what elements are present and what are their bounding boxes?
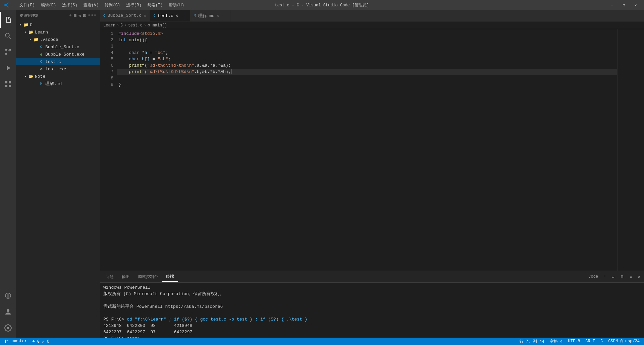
code-line-2: int main(){ xyxy=(117,37,617,43)
status-position[interactable]: 行 7, 列 44 xyxy=(519,339,545,344)
menu-goto[interactable]: 转到(G) xyxy=(102,2,123,9)
explorer-tree: ▾ 📁 C ▾ 📂 Learn ▸ 📁 .vscode C Bubble_Sor… xyxy=(16,21,100,338)
main-container: 资源管理器 + ⊞ ↻ ⊟ ••• ▾ 📁 C ▾ 📂 Learn xyxy=(0,10,644,338)
status-feedback[interactable]: CSDN @1usp/24 xyxy=(607,339,641,344)
terminal-split-icon[interactable]: ⊞ xyxy=(610,274,616,280)
menu-run[interactable]: 运行(R) xyxy=(123,2,144,9)
status-line-ending[interactable]: CRLF xyxy=(584,339,596,344)
activity-bar-bottom xyxy=(0,288,16,338)
minimize-button[interactable]: — xyxy=(607,2,617,8)
status-bar-right: 行 7, 列 44 空格 4 UTF-8 CRLF C CSDN @1usp/2… xyxy=(519,339,641,344)
tree-item-bubble-sort-c[interactable]: C Bubble_Sort.c xyxy=(16,43,100,51)
terminal-trash-icon[interactable]: 🗑 xyxy=(618,274,626,280)
tab-close-button[interactable]: ✕ xyxy=(175,13,178,18)
svg-rect-9 xyxy=(9,85,11,87)
status-bar: master ⊗ 0 △ 0 行 7, 列 44 空格 4 UTF-8 CRLF… xyxy=(0,338,644,345)
tab-note-md[interactable]: M 理解.md ✕ xyxy=(190,10,230,21)
extensions-icon[interactable] xyxy=(0,76,16,92)
collapse-all-icon[interactable]: ⊟ xyxy=(83,13,86,18)
line-numbers: 1 2 3 4 5 6 7 8 9 xyxy=(100,29,117,271)
breadcrumb-part[interactable]: ⚙ main() xyxy=(148,23,167,28)
folder-open-icon: 📂 xyxy=(28,74,34,79)
breadcrumb-part[interactable]: test.c xyxy=(128,23,143,28)
menu-file[interactable]: 文件(F) xyxy=(17,2,38,9)
line-num-9: 9 xyxy=(100,81,113,88)
maximize-button[interactable]: ❐ xyxy=(619,2,629,8)
tree-item-label: test.c xyxy=(45,59,61,64)
menu-help[interactable]: 帮助(H) xyxy=(166,2,187,9)
refresh-icon[interactable]: ↻ xyxy=(78,13,81,18)
panel-tab-terminal[interactable]: 终端 xyxy=(162,272,178,282)
panel-maximize-icon[interactable]: ∧ xyxy=(628,274,634,280)
menu-select[interactable]: 选择(S) xyxy=(59,2,80,9)
line-num-5: 5 xyxy=(100,56,113,62)
more-options-icon[interactable]: ••• xyxy=(88,13,97,18)
tab-close-button[interactable]: ✕ xyxy=(216,13,219,18)
line-num-7: 7 xyxy=(100,69,113,75)
tab-close-button[interactable]: ✕ xyxy=(144,13,146,18)
code-content[interactable]: #include<stdio.h> int main(){ char *a = … xyxy=(117,29,617,271)
status-errors[interactable]: ⊗ 0 △ 0 xyxy=(31,339,50,344)
tree-item-label: 理解.md xyxy=(45,81,62,87)
sidebar: 资源管理器 + ⊞ ↻ ⊟ ••• ▾ 📁 C ▾ 📂 Learn xyxy=(16,10,100,338)
tree-item-test-exe[interactable]: ⚙ test.exe xyxy=(16,65,100,73)
tree-item-note-md[interactable]: M 理解.md xyxy=(16,80,100,87)
close-button[interactable]: ✕ xyxy=(631,2,641,8)
terminal-content[interactable]: Windows PowerShell 版权所有 (C) Microsoft Co… xyxy=(100,283,644,338)
remote-icon[interactable] xyxy=(0,288,16,304)
tab-label: Bubble_Sort.c xyxy=(108,13,142,18)
status-branch[interactable]: master xyxy=(3,339,28,344)
status-language[interactable]: C xyxy=(599,339,604,344)
tree-item-bubble-sort-exe[interactable]: ⚙ Bubble_Sort.exe xyxy=(16,51,100,58)
tree-item-test-c[interactable]: C test.c xyxy=(16,58,100,65)
panel-tab-debug-console[interactable]: 调试控制台 xyxy=(134,272,162,282)
window-controls: — ❐ ✕ xyxy=(607,2,641,8)
panel-tab-problems[interactable]: 问题 xyxy=(102,272,118,282)
menu-view[interactable]: 查看(V) xyxy=(81,2,102,9)
breadcrumb-part[interactable]: C xyxy=(120,23,123,28)
status-encoding[interactable]: UTF-8 xyxy=(567,339,581,344)
terminal-new-button[interactable]: Code xyxy=(586,274,600,280)
tree-item-vscode[interactable]: ▸ 📁 .vscode xyxy=(16,36,100,43)
sidebar-header-icons: + ⊞ ↻ ⊟ ••• xyxy=(69,13,97,18)
panel-tab-output[interactable]: 输出 xyxy=(118,272,134,282)
run-icon[interactable] xyxy=(0,60,16,76)
breadcrumb: Learn › C › test.c › ⚙ main() xyxy=(100,22,644,29)
account-icon[interactable] xyxy=(0,304,16,320)
svg-point-4 xyxy=(5,53,7,55)
tab-bar: C Bubble_Sort.c ✕ C test.c ✕ M 理解.md ✕ xyxy=(100,10,644,22)
source-control-icon[interactable] xyxy=(0,44,16,60)
menu-edit[interactable]: 编辑(E) xyxy=(38,2,59,9)
tree-item-note[interactable]: ▾ 📂 Note xyxy=(16,73,100,80)
explorer-icon[interactable] xyxy=(0,12,16,28)
chevron-down-icon: ▾ xyxy=(23,30,28,34)
new-file-icon[interactable]: + xyxy=(69,13,72,18)
panel: 问题 输出 调试控制台 终端 Code + ⊞ 🗑 ∧ ✕ Windows Po… xyxy=(100,271,644,338)
terminal-add-icon[interactable]: + xyxy=(602,274,608,280)
svg-point-2 xyxy=(5,49,7,51)
code-line-1: #include<stdio.h> xyxy=(117,30,617,37)
tree-item-c[interactable]: ▾ 📁 C xyxy=(16,21,100,28)
breadcrumb-part[interactable]: Learn xyxy=(103,23,115,28)
folder-icon: 📁 xyxy=(23,22,29,27)
tree-item-learn[interactable]: ▾ 📂 Learn xyxy=(16,28,100,36)
svg-point-14 xyxy=(5,342,6,343)
new-folder-icon[interactable]: ⊞ xyxy=(73,13,76,18)
exe-file-icon: ⚙ xyxy=(39,52,44,57)
search-icon[interactable] xyxy=(0,28,16,44)
tree-item-label: C xyxy=(30,22,33,27)
tab-bubble-sort[interactable]: C Bubble_Sort.c ✕ xyxy=(100,10,150,21)
terminal-line: 版权所有 (C) Microsoft Corporation。保留所有权利。 xyxy=(103,291,641,297)
code-editor[interactable]: 1 2 3 4 5 6 7 8 9 #include<stdio.h> int … xyxy=(100,29,644,271)
tree-item-label: Note xyxy=(35,74,45,79)
breadcrumb-separator: › xyxy=(144,23,146,28)
terminal-line: 6422297 6422297 97 6422297 xyxy=(103,329,641,335)
status-spaces[interactable]: 空格 4 xyxy=(549,339,564,344)
settings-icon[interactable] xyxy=(0,320,16,336)
tab-test-c[interactable]: C test.c ✕ xyxy=(150,10,190,21)
svg-point-13 xyxy=(7,340,8,341)
sidebar-header: 资源管理器 + ⊞ ↻ ⊟ ••• xyxy=(16,10,100,21)
code-line-9: } xyxy=(117,81,617,88)
panel-close-icon[interactable]: ✕ xyxy=(636,274,642,280)
menu-terminal[interactable]: 终端(T) xyxy=(145,2,166,9)
